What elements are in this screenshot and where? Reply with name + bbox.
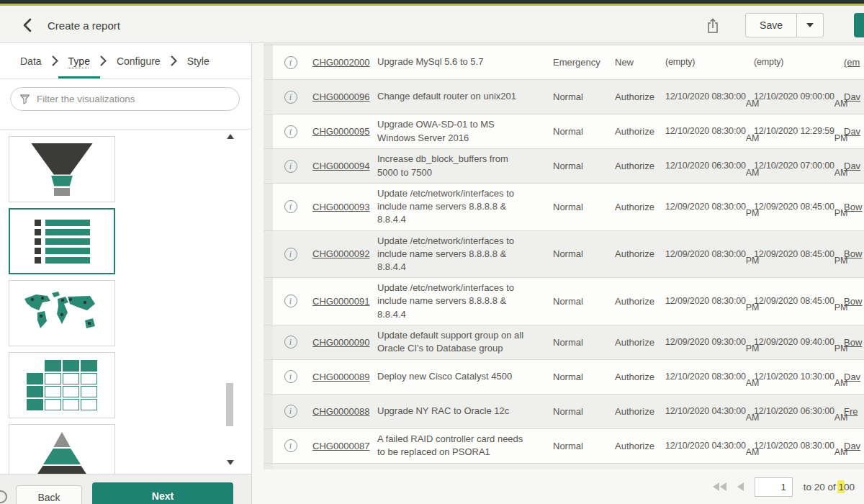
assigned-to-link[interactable]: Bow [844,296,862,307]
assigned-to-link[interactable]: Dav [844,441,860,451]
record-number-link[interactable]: CHG0000095 [312,126,370,137]
assigned-to-link[interactable]: Bow [844,337,862,348]
viz-list-scrollbar[interactable] [225,132,235,467]
table-row[interactable]: i CHG0000091 Update /etc/network/interfa… [264,278,864,325]
row-state-cell: Authorize [603,80,658,114]
row-assigned-cell: Bow [837,231,864,278]
scroll-up-icon[interactable] [227,134,234,139]
chevron-right-icon [171,43,177,78]
assigned-to-link[interactable]: (em [844,57,860,68]
next-button[interactable]: Next [92,482,233,504]
share-icon [706,17,720,34]
row-assigned-cell: Bow [837,184,864,230]
table-row[interactable]: i CHG0000094 Increase db_block_buffers f… [264,149,864,184]
row-info-cell: i [273,325,308,359]
scrollbar-thumb[interactable] [226,383,233,426]
row-priority-cell: Normal [541,395,603,428]
row-gutter [264,45,273,79]
assigned-to-link[interactable]: Dav [844,161,860,171]
table-row[interactable]: i CHG0000090 Update default support grou… [264,325,864,360]
info-icon[interactable]: i [284,370,297,383]
info-icon[interactable]: i [284,336,297,348]
record-number-link[interactable]: CHG0000088 [312,406,370,417]
row-state-cell: Authorize [603,325,658,359]
table-row[interactable]: i CHG0000096 Change default router on un… [264,80,864,114]
first-page-button[interactable] [713,482,726,491]
row-start-date-cell: 12/10/2020 08:30:00AM [658,80,747,114]
row-end-date-cell: 12/09/2020 09:40:00PM [747,325,837,359]
step-configure[interactable]: Configure [117,43,161,78]
step-type[interactable]: Type [68,43,90,78]
chevron-down-icon [806,23,814,27]
row-number-cell: CHG0000090 [308,325,369,359]
row-state-cell: Authorize [603,360,658,394]
assigned-to-link[interactable]: Fre [844,406,858,417]
row-priority-cell: Normal [541,278,603,325]
row-assigned-cell: Bow [837,325,864,359]
table-row[interactable]: i CHG0000089 Deploy new Cisco Catalyst 4… [264,360,864,395]
record-number-link[interactable]: CHG0000090 [312,337,370,348]
row-description-cell: Deploy new Cisco Catalyst 4500 [369,360,541,394]
pagination-range-label: to 20 of 100 [804,482,855,492]
row-priority-cell: Emergency [541,45,603,79]
viz-thumb-table[interactable] [9,352,115,418]
record-number-link[interactable]: CHG0000094 [312,161,370,171]
row-start-date-cell: 12/09/2020 08:30:00PM [658,184,747,230]
save-button[interactable]: Save [745,13,797,37]
viz-thumb-list[interactable] [9,208,115,274]
info-icon[interactable]: i [284,439,297,452]
row-info-cell: i [273,360,308,394]
assigned-to-link[interactable]: Dav [844,126,860,137]
row-state-cell: Authorize [603,395,658,428]
save-dropdown-button[interactable] [797,13,824,37]
viz-thumb-funnel[interactable] [9,136,115,202]
row-info-cell: i [273,278,308,325]
assigned-to-link[interactable]: Bow [844,248,862,259]
visualization-filter[interactable] [10,87,240,111]
assigned-to-link[interactable]: Dav [844,372,860,382]
primary-action-button-partial[interactable] [854,13,864,37]
info-icon[interactable]: i [284,294,297,307]
viz-thumb-map[interactable] [9,280,115,346]
assigned-to-link[interactable]: Dav [844,91,860,102]
table-row[interactable]: i CHG0000095 Upgrade OWA-SD-01 to MS Win… [264,114,864,149]
record-number-link[interactable]: CHG0000091 [312,296,370,307]
row-assigned-cell: Dav [837,114,864,148]
row-state-cell: Authorize [603,231,658,278]
page-number-input[interactable] [755,477,793,497]
record-number-link[interactable]: CHG0002000 [312,57,370,68]
info-icon[interactable]: i [284,125,297,138]
table-row[interactable]: i CHG0000093 Update /etc/network/interfa… [264,184,864,231]
assigned-to-link[interactable]: Bow [844,202,862,212]
scroll-down-icon[interactable] [227,460,234,465]
table-row[interactable]: i CHG0002000 Upgrade MySql 5.6 to 5.7 Em… [264,45,864,80]
back-button[interactable]: Back [16,485,82,504]
row-gutter [264,184,273,230]
record-number-link[interactable]: CHG0000092 [312,248,370,259]
viz-thumb-pyramid[interactable] [9,424,115,474]
filter-input[interactable] [37,94,230,104]
info-icon[interactable]: i [284,91,297,104]
step-style[interactable]: Style [187,43,210,78]
row-start-date-cell: 12/09/2020 08:30:00PM [658,231,747,278]
info-icon[interactable]: i [284,248,297,261]
table-row[interactable]: i CHG0000087 A failed RAID controller ca… [264,429,864,464]
back-arrow-button[interactable] [17,16,36,35]
info-icon[interactable]: i [284,200,297,213]
row-priority-cell: Normal [541,325,603,359]
info-icon[interactable]: i [284,56,297,69]
record-number-link[interactable]: CHG0000087 [312,441,370,451]
info-icon[interactable]: i [284,160,297,173]
table-row[interactable]: i CHG0000088 Upgrade NY RAC to Oracle 12… [264,395,864,429]
record-number-link[interactable]: CHG0000096 [312,91,370,102]
table-row[interactable]: i CHG0000092 Update /etc/network/interfa… [264,231,864,279]
world-map-icon [20,290,104,336]
previous-page-button[interactable] [737,482,744,491]
row-priority-cell: Normal [541,80,603,114]
info-icon[interactable]: i [284,405,297,418]
row-end-date-cell: 12/10/2020 10:30:00AM [747,360,837,394]
record-number-link[interactable]: CHG0000089 [312,372,370,382]
record-number-link[interactable]: CHG0000093 [312,202,370,212]
share-button[interactable] [703,16,722,35]
step-data[interactable]: Data [20,43,42,78]
